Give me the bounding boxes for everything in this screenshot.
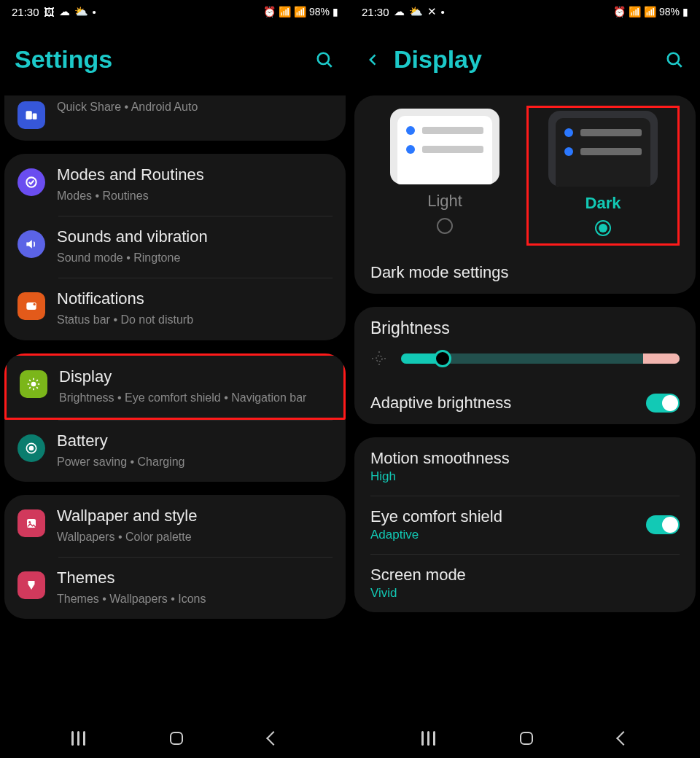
brightness-label: Brightness (354, 307, 696, 345)
settings-group-1: Modes and Routines Modes • Routines Soun… (4, 154, 346, 340)
eye-label: Eye comfort shield (370, 507, 502, 526)
wallpaper-item[interactable]: Wallpaper and style Wallpapers • Color p… (4, 495, 346, 557)
dark-mode-settings-label: Dark mode settings (370, 263, 680, 282)
item-title: Display (59, 367, 330, 386)
item-sub: Modes • Routines (57, 187, 332, 204)
cloud-icon: ☁ (59, 5, 70, 18)
motion-smoothness-item[interactable]: Motion smoothness High (354, 437, 696, 496)
battery-text: 98% (309, 6, 330, 17)
connected-devices-item[interactable]: Quick Share • Android Auto (4, 95, 346, 141)
item-title: Notifications (57, 289, 332, 308)
eye-comfort-item[interactable]: Eye comfort shield Adaptive (354, 496, 696, 554)
item-title: Sounds and vibration (57, 227, 332, 246)
theme-card: Light Dark Dark mode settings (354, 95, 696, 294)
more-dot-icon: • (93, 6, 96, 18)
svg-point-6 (33, 303, 36, 306)
item-sub: Sound mode • Ringtone (57, 249, 332, 266)
wifi-icon: 📶 (279, 6, 291, 17)
svg-line-13 (36, 387, 38, 388)
eye-comfort-toggle[interactable] (646, 515, 680, 534)
battery-icon: ▮ (682, 6, 688, 17)
status-time: 21:30 (362, 6, 389, 18)
themes-icon (18, 571, 45, 599)
back-button[interactable] (266, 731, 281, 746)
search-button[interactable] (664, 49, 685, 71)
screen-mode-value: Vivid (370, 586, 680, 601)
settings-pane: 21:30 🖼 ☁ ⛅ • ⏰ 📶 📶 98% ▮ Settings (0, 0, 350, 758)
wallpaper-icon (18, 509, 45, 537)
search-button[interactable] (314, 49, 335, 71)
theme-dark-label: Dark (586, 194, 621, 213)
svg-rect-2 (26, 111, 32, 120)
display-header: Display (350, 23, 700, 95)
signal-icon: 📶 (294, 6, 306, 17)
theme-option-light[interactable]: Light (370, 106, 519, 246)
adaptive-brightness-label: Adaptive brightness (370, 394, 511, 413)
dark-mode-settings-item[interactable]: Dark mode settings (354, 251, 696, 294)
devices-icon (18, 101, 45, 129)
theme-light-label: Light (427, 192, 462, 211)
gallery-icon: 🖼 (44, 6, 55, 18)
status-bar: 21:30 🖼 ☁ ⛅ • ⏰ 📶 📶 98% ▮ (0, 0, 350, 23)
item-sub: Status bar • Do not disturb (57, 311, 332, 328)
theme-option-dark[interactable]: Dark (526, 106, 680, 246)
recents-button[interactable] (421, 731, 435, 746)
svg-line-1 (327, 63, 331, 66)
sun-icon (370, 350, 388, 367)
screen-mode-item[interactable]: Screen mode Vivid (354, 554, 696, 612)
adaptive-brightness-toggle[interactable] (646, 394, 680, 413)
connected-devices-card: Quick Share • Android Auto (4, 95, 346, 141)
missed-call-icon: ✕ (427, 5, 437, 18)
motion-label: Motion smoothness (370, 449, 680, 468)
svg-point-7 (31, 381, 36, 386)
light-preview-icon (390, 109, 499, 184)
alarm-icon: ⏰ (263, 6, 276, 17)
weather-icon: ⛅ (74, 5, 88, 18)
item-title: Battery (57, 431, 332, 450)
svg-point-19 (28, 521, 31, 523)
battery-item[interactable]: Battery Power saving • Charging (4, 420, 346, 482)
search-icon (665, 50, 684, 69)
brightness-slider[interactable] (401, 348, 680, 369)
home-button[interactable] (170, 732, 183, 745)
radio-light[interactable] (437, 218, 453, 234)
connected-devices-sub: Quick Share • Android Auto (57, 98, 332, 115)
alarm-icon: ⏰ (613, 6, 626, 17)
svg-line-12 (29, 380, 31, 381)
cloud-icon: ☁ (394, 5, 405, 18)
svg-point-20 (668, 52, 679, 63)
back-button[interactable] (365, 51, 382, 69)
recents-button[interactable] (71, 731, 85, 746)
battery-text: 98% (659, 6, 680, 17)
status-bar: 21:30 ☁ ⛅ ✕ • ⏰ 📶 📶 98% ▮ (350, 0, 700, 23)
status-time: 21:30 (12, 6, 39, 18)
item-sub: Brightness • Eye comfort shield • Naviga… (59, 389, 330, 406)
display-options-card: Motion smoothness High Eye comfort shiel… (354, 437, 696, 612)
svg-rect-3 (33, 114, 37, 120)
back-button[interactable] (616, 731, 631, 746)
sounds-item[interactable]: Sounds and vibration Sound mode • Ringto… (4, 216, 346, 278)
adaptive-brightness-item[interactable]: Adaptive brightness (354, 382, 696, 424)
item-sub: Power saving • Charging (57, 453, 332, 470)
svg-point-0 (318, 52, 329, 63)
weather-icon: ⛅ (409, 5, 423, 18)
themes-item[interactable]: Themes Themes • Wallpapers • Icons (4, 557, 346, 619)
home-button[interactable] (520, 732, 533, 745)
page-title: Settings (15, 45, 112, 74)
item-sub: Themes • Wallpapers • Icons (57, 590, 332, 607)
item-sub: Wallpapers • Color palette (57, 528, 332, 545)
item-title: Wallpaper and style (57, 507, 332, 525)
display-item[interactable]: Display Brightness • Eye comfort shield … (4, 353, 346, 420)
wifi-icon: 📶 (629, 6, 641, 17)
modes-routines-item[interactable]: Modes and Routines Modes • Routines (4, 154, 346, 216)
svg-point-17 (30, 446, 34, 450)
search-icon (315, 50, 334, 69)
radio-dark[interactable] (595, 220, 611, 236)
notifications-item[interactable]: Notifications Status bar • Do not distur… (4, 278, 346, 340)
settings-header: Settings (0, 23, 350, 95)
brightness-icon (20, 370, 47, 398)
settings-group-3: Wallpaper and style Wallpapers • Color p… (4, 495, 346, 619)
notification-icon (18, 292, 45, 320)
nav-bar (0, 719, 350, 758)
page-title: Display (394, 45, 482, 74)
